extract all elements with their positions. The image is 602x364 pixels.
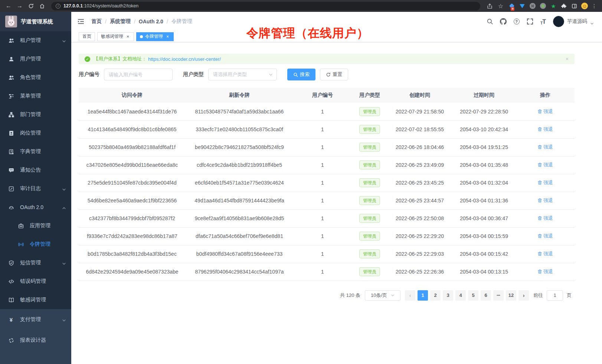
sidebar-item-label: 菜单管理 bbox=[20, 93, 41, 99]
fullscreen-icon[interactable] bbox=[526, 18, 533, 25]
sidebar-item-审计日志[interactable]: 审计日志 bbox=[0, 179, 71, 198]
share-icon[interactable] bbox=[485, 1, 494, 11]
browser-reload-icon[interactable] bbox=[26, 1, 36, 11]
sidebar-item-用户管理[interactable]: 用户管理 bbox=[0, 50, 71, 68]
broadcast-icon bbox=[18, 241, 24, 247]
force-logout-button[interactable]: 强退 bbox=[537, 268, 553, 275]
sidebar-item-通知公告[interactable]: 通知公告 bbox=[0, 161, 71, 179]
more-pages-button[interactable]: ••• bbox=[493, 290, 504, 301]
sidebar-item-角色管理[interactable]: 角色管理 bbox=[0, 68, 71, 87]
browser-forward-icon[interactable]: → bbox=[15, 1, 24, 11]
alert-close-icon[interactable]: × bbox=[566, 56, 569, 62]
tab-close-icon[interactable]: × bbox=[165, 34, 170, 39]
page-size-select[interactable]: 10条/页 bbox=[365, 290, 400, 301]
sidebar-item-OAuth 2.0[interactable]: OAuth 2.0 bbox=[0, 198, 71, 216]
refresh-token-cell: 333ecfc71e02480cb11055c875c3ca0f bbox=[186, 120, 293, 138]
force-logout-button[interactable]: 强退 bbox=[537, 251, 553, 257]
force-logout-button[interactable]: 强退 bbox=[537, 179, 553, 186]
force-logout-button[interactable]: 强退 bbox=[537, 144, 553, 150]
github-icon[interactable] bbox=[500, 18, 507, 25]
sidebar-item-错误码管理[interactable]: 错误码管理 bbox=[0, 272, 71, 291]
tab-close-icon[interactable]: × bbox=[125, 34, 130, 39]
action-cell: 强退 bbox=[516, 138, 575, 156]
user-type-tag: 管理员 bbox=[359, 267, 380, 276]
bookmark-star-icon[interactable]: ☆ bbox=[496, 1, 506, 11]
page-button-1[interactable]: 1 bbox=[418, 290, 428, 301]
sidebar-item-短信管理[interactable]: 短信管理 bbox=[0, 254, 71, 272]
tab-敏感词管理[interactable]: 敏感词管理× bbox=[97, 32, 134, 41]
force-logout-button[interactable]: 强退 bbox=[537, 197, 553, 204]
page-button-6[interactable]: 6 bbox=[481, 290, 491, 301]
sidebar-item-应用管理[interactable]: 应用管理 bbox=[0, 216, 71, 235]
extension-star-icon[interactable]: ★ bbox=[550, 3, 557, 9]
sidebar-item-岗位管理[interactable]: 岗位管理 bbox=[0, 124, 71, 142]
reset-button[interactable]: 重置 bbox=[320, 69, 348, 80]
user-id-input[interactable] bbox=[104, 69, 173, 80]
table-row: 54d6be82ee5a460a9aedc1f9bf22365649d1aa46… bbox=[79, 192, 575, 209]
user-type-select[interactable]: 请选择用户类型 bbox=[208, 69, 277, 80]
page-button-2[interactable]: 2 bbox=[430, 290, 441, 301]
goto-page-input[interactable] bbox=[547, 290, 563, 301]
sidebar-item-敏感词管理[interactable]: 敏感词管理 bbox=[0, 291, 71, 309]
browser-menu-icon[interactable]: ⋮ bbox=[592, 3, 597, 9]
force-logout-button[interactable]: 强退 bbox=[537, 126, 553, 133]
tab-首页[interactable]: 首页 bbox=[79, 32, 95, 41]
sidebar-item-label: 部门管理 bbox=[20, 111, 41, 118]
menu-tree-icon bbox=[8, 93, 14, 99]
extension-diamond-icon[interactable]: 9 bbox=[508, 3, 515, 9]
user-type-cell: 管理员 bbox=[352, 263, 387, 281]
browser-profile-avatar[interactable] bbox=[581, 3, 588, 9]
user-id-cell: 1 bbox=[293, 156, 352, 174]
force-logout-button[interactable]: 强退 bbox=[537, 215, 553, 222]
sidebar-item-支付管理[interactable]: ¥支付管理 bbox=[0, 309, 71, 330]
next-page-button[interactable]: › bbox=[518, 290, 529, 301]
extension-badge: 9 bbox=[511, 7, 514, 11]
sidebar-item-字典管理[interactable]: 字典管理 bbox=[0, 142, 71, 161]
address-bar[interactable]: i 127.0.0.1:1024/system/oauth2/token bbox=[51, 2, 480, 10]
sidebar-section: ¥支付管理报表设计器 bbox=[0, 309, 71, 351]
tab-令牌管理[interactable]: 令牌管理× bbox=[136, 32, 174, 41]
page-button-5[interactable]: 5 bbox=[468, 290, 478, 301]
sidebar-item-报表设计器[interactable]: 报表设计器 bbox=[0, 330, 71, 351]
breadcrumb-item[interactable]: 首页 bbox=[91, 18, 102, 25]
font-size-icon[interactable]: TT bbox=[540, 18, 547, 25]
prev-page-button[interactable]: ‹ bbox=[405, 290, 415, 301]
pagination: 共 120 条 10条/页 ‹123456•••12› 前往 页 bbox=[79, 290, 575, 301]
browser-home-icon[interactable] bbox=[37, 1, 47, 11]
search-button[interactable]: 搜索 bbox=[287, 69, 315, 80]
create-time-cell: 2022-06-25 22:26:36 bbox=[387, 263, 452, 281]
force-logout-button[interactable]: 强退 bbox=[537, 162, 553, 168]
sidebar-item-label: 字典管理 bbox=[20, 148, 41, 155]
breadcrumb-item[interactable]: OAuth 2.0 bbox=[139, 19, 163, 24]
force-logout-button[interactable]: 强退 bbox=[537, 108, 553, 115]
breadcrumb-item[interactable]: 系统管理 bbox=[110, 18, 131, 25]
search-icon[interactable] bbox=[486, 18, 493, 25]
user-id-cell: 1 bbox=[293, 209, 352, 227]
extension-gem-icon[interactable] bbox=[519, 3, 526, 9]
extension-command-icon[interactable]: ⌘ bbox=[529, 3, 536, 9]
force-logout-button[interactable]: 强退 bbox=[537, 233, 553, 239]
page-button-4[interactable]: 4 bbox=[455, 290, 466, 301]
page-button-12[interactable]: 12 bbox=[506, 290, 516, 301]
help-icon[interactable]: ? bbox=[513, 18, 520, 25]
extensions-puzzle-icon[interactable] bbox=[560, 3, 567, 9]
breadcrumb: 首页/系统管理/OAuth 2.0/令牌管理 bbox=[91, 18, 192, 25]
collapse-sidebar-icon[interactable] bbox=[77, 18, 85, 25]
browser-back-icon[interactable]: ← bbox=[4, 1, 13, 11]
sidebar-item-令牌管理[interactable]: 令牌管理 bbox=[0, 235, 71, 254]
sidebar-item-租户管理[interactable]: 租户管理 bbox=[0, 31, 71, 50]
chevron-down-icon bbox=[62, 318, 66, 322]
user-icon bbox=[8, 56, 14, 62]
sidebar-item-菜单管理[interactable]: 菜单管理 bbox=[0, 87, 71, 105]
side-panel-icon[interactable] bbox=[571, 3, 578, 9]
extension-record-icon[interactable] bbox=[540, 3, 546, 9]
header-actions: ? TT 芋道源码 bbox=[486, 16, 594, 27]
expire-time-cell: 2054-03-10 20:42:34 bbox=[452, 120, 516, 138]
user-type-cell: 管理员 bbox=[352, 245, 387, 263]
sidebar-item-部门管理[interactable]: 部门管理 bbox=[0, 105, 71, 124]
site-info-icon[interactable]: i bbox=[56, 4, 60, 9]
breadcrumb-separator: / bbox=[167, 19, 168, 24]
page-button-3[interactable]: 3 bbox=[443, 290, 453, 301]
doc-link[interactable]: https://doc.iocoder.cn/user-center/ bbox=[148, 56, 221, 62]
user-menu[interactable]: 芋道源码 bbox=[553, 16, 594, 27]
